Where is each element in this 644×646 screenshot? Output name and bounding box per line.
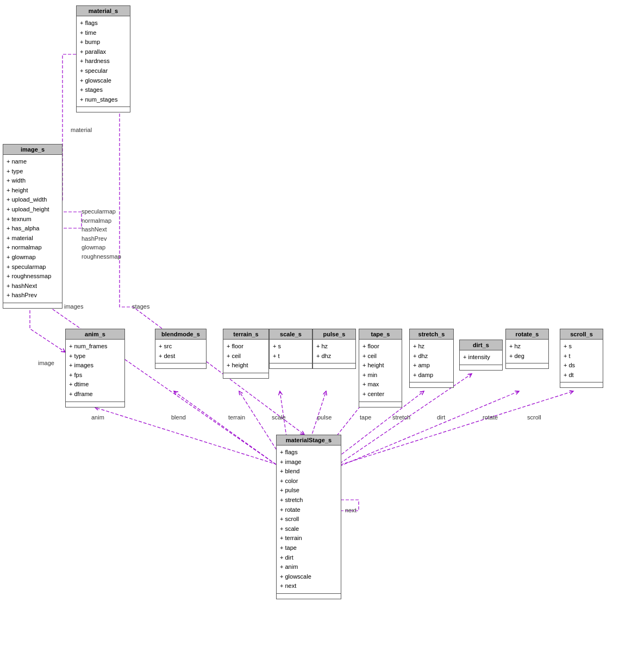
label-pulse: pulse [317,414,332,421]
field: + name [7,157,59,167]
field: + blend [280,467,337,476]
field: + anim [280,562,337,572]
image-s-body: + name + type + width + height + upload_… [3,155,62,303]
field: + num_frames [69,342,121,352]
field: + has_alpha [7,224,59,234]
material-s-body: + flags + time + bump + parallax + hardn… [77,16,130,106]
label-images: images [64,303,83,310]
dirt-s-title: dirt_s [460,340,502,350]
field: + amp [413,361,450,371]
image-s-title: image_s [3,145,62,155]
field: + dhz [413,352,450,361]
field: + hz [316,342,352,352]
field: + floor [362,342,398,352]
field: + ceil [227,352,265,361]
tape-s-title: tape_s [359,329,402,340]
field: + hz [413,342,450,352]
scroll-s-footer [560,382,603,387]
image-s-footer [3,303,62,308]
material-s-footer [77,106,130,112]
field: + hardness [80,57,127,66]
field: + normalmap [7,243,59,253]
field: + damp [413,371,450,380]
field: + next [280,581,337,591]
field: + dhz [316,352,352,361]
material-stage-s-footer [277,593,341,599]
field: + time [80,28,127,38]
rotate-s-box: rotate_s + hz + deg [505,329,549,369]
field: + height [362,361,398,371]
label-anim: anim [91,414,104,421]
field: + stages [80,85,127,95]
field: + hashPrev [7,291,59,300]
field: + glowscale [80,76,127,86]
field: + specular [80,66,127,76]
field: + rotate [280,505,337,515]
material-stage-s-title: materialStage_s [277,435,341,446]
material-stage-s-body: + flags + image + blend + color + pulse … [277,446,341,593]
field: + floor [227,342,265,352]
field: + dirt [280,553,337,563]
field: + terrain [280,534,337,543]
image-s-box: image_s + name + type + width + height +… [3,144,62,309]
stretch-s-body: + hz + dhz + amp + damp [410,340,453,382]
field: + src [159,342,203,352]
stretch-s-footer [410,382,453,387]
field: + width [7,176,59,186]
label-dirt: dirt [437,414,445,421]
terrain-s-body: + floor + ceil + height [223,340,268,373]
field: + scale [280,524,337,534]
field: + dt [564,371,599,380]
dirt-s-body: + intensity [460,350,502,365]
scroll-s-title: scroll_s [560,329,603,340]
label-stretch: stretch [392,414,410,421]
pulse-s-body: + hz + dhz [313,340,355,363]
pulse-s-box: pulse_s + hz + dhz [312,329,356,369]
rotate-s-footer [506,363,548,368]
field: + t [273,352,309,361]
field: + dtime [69,380,121,390]
field: + t [564,352,599,361]
blendmode-s-box: blendmode_s + src + dest [155,329,207,369]
field: + center [362,390,398,399]
field: + glowscale [280,572,337,582]
label-tape: tape [360,414,371,421]
pulse-s-title: pulse_s [313,329,355,340]
field: + dframe [69,390,121,399]
material-stage-s-box: materialStage_s + flags + image + blend … [276,435,341,599]
field: + upload_width [7,195,59,205]
field: + dest [159,352,203,361]
label-material: material [71,127,92,133]
terrain-s-title: terrain_s [223,329,268,340]
field: + bump [80,37,127,47]
anim-s-body: + num_frames + type + images + fps + dti… [66,340,124,402]
field: + hashNext [7,281,59,291]
field: + flags [80,18,127,28]
terrain-s-footer [223,373,268,378]
field: + type [69,352,121,361]
field: + intensity [463,353,499,362]
rotate-s-title: rotate_s [506,329,548,340]
field: + parallax [80,47,127,57]
blendmode-s-title: blendmode_s [155,329,206,340]
image-ref-labels: specularmapnormalmaphashNexthashPrevglow… [82,207,121,261]
field: + hz [509,342,545,352]
rotate-s-body: + hz + deg [506,340,548,363]
tape-s-box: tape_s + floor + ceil + height + min + m… [359,329,402,407]
label-next: next [345,507,357,513]
field: + height [7,186,59,196]
dirt-s-box: dirt_s + intensity [459,340,503,371]
field: + ds [564,361,599,371]
field: + num_stages [80,95,127,105]
field: + ceil [362,352,398,361]
tape-s-body: + floor + ceil + height + min + max + ce… [359,340,402,402]
field: + type [7,167,59,177]
label-terrain: terrain [228,414,245,421]
label-scale: scale [272,414,286,421]
field: + tape [280,543,337,553]
label-rotate: rotate [483,414,498,421]
field: + deg [509,352,545,361]
label-blend: blend [171,414,186,421]
field: + s [273,342,309,352]
field: + stretch [280,496,337,505]
